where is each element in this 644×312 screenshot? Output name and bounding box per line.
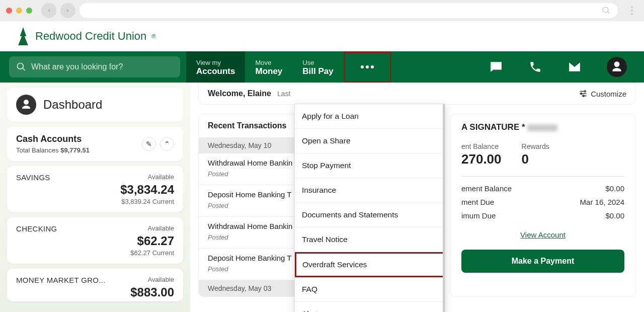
menu-insurance[interactable]: Insurance [295,178,445,203]
nav-tab-accounts[interactable]: View my Accounts [186,51,245,83]
back-button[interactable] [41,3,56,18]
phone-icon[interactable] [528,60,542,74]
menu-faq[interactable]: FAQ [295,277,445,302]
make-payment-button[interactable]: Make a Payment [461,250,624,273]
redacted-number [527,124,557,131]
menu-open-share[interactable]: Open a Share [295,129,445,153]
account-card-money-market[interactable]: MONEY MARKET GRO... Available $883.00 [7,269,183,301]
more-icon [361,65,374,68]
tree-icon [16,27,30,45]
welcome-bar: Welcome, Elaine Last Customize [198,83,636,105]
customize-button[interactable]: Customize [579,89,626,98]
welcome-greeting: Welcome, Elaine [208,89,271,98]
cc-minimum-due: imum Due$0.00 [461,209,624,222]
sliders-icon [579,89,588,98]
credit-card-name: A SIGNATURE * [461,122,624,132]
nav-tab-bill-pay[interactable]: Use Bill Pay [292,51,343,83]
primary-nav: View my Accounts Move Money Use Bill Pay [0,51,644,83]
minimize-window[interactable] [16,8,22,14]
credit-card-summary: A SIGNATURE * ent Balance 270.00 Rewards… [450,114,636,297]
browser-menu-icon[interactable] [626,6,638,15]
address-bar[interactable] [79,3,618,18]
brand-logo[interactable]: Redwood Credit Union® [16,27,155,45]
view-account-link[interactable]: View Account [520,230,566,239]
collapse-icon[interactable]: ⌃ [160,137,174,151]
cash-accounts-title: Cash Accounts [16,134,90,144]
cc-payment-due: ment DueMar 16, 2024 [461,195,624,209]
svg-point-0 [584,91,586,92]
edit-icon[interactable]: ✎ [142,137,156,151]
nav-more-menu[interactable] [344,51,391,83]
maximize-window[interactable] [26,8,32,14]
messages-icon[interactable] [489,60,503,74]
window-controls [6,8,32,14]
menu-documents[interactable]: Documents and Statements [295,203,445,227]
cc-statement-balance: ement Balance$0.00 [461,182,624,195]
brand-name: Redwood Credit Union [35,30,146,43]
cash-accounts-header: Cash Accounts Total Balances $9,779.51 ✎… [7,127,183,161]
menu-apply-loan[interactable]: Apply for a Loan [295,104,445,129]
menu-stop-payment[interactable]: Stop Payment [295,153,445,178]
sidebar-dashboard[interactable]: Dashboard [7,88,183,122]
brand-header: Redwood Credit Union® [0,21,644,51]
forward-button[interactable] [60,3,75,18]
menu-overdraft-services[interactable]: Overdraft Services [295,252,445,277]
mail-icon[interactable] [568,60,582,74]
account-card-checking[interactable]: CHECKING Available $62.27 $62.27 Current [7,217,183,264]
nav-tab-move-money[interactable]: Move Money [245,51,292,83]
person-icon [16,95,36,115]
search-icon [602,6,611,15]
site-search[interactable] [9,56,180,77]
menu-alerts[interactable]: Alerts [295,302,445,312]
close-window[interactable] [6,8,12,14]
search-icon [16,62,26,72]
profile-avatar[interactable] [607,57,627,77]
account-card-savings[interactable]: SAVINGS Available $3,834.24 $3,839.24 Cu… [7,166,183,212]
search-input[interactable] [31,62,173,71]
browser-chrome [0,0,644,21]
more-menu-dropdown: Apply for a Loan Open a Share Stop Payme… [294,104,445,312]
sidebar: Dashboard Cash Accounts Total Balances $… [0,83,190,312]
scrollbar[interactable] [443,104,445,312]
last-login-label: Last [277,90,290,98]
menu-travel-notice[interactable]: Travel Notice [295,227,445,252]
dashboard-title: Dashboard [43,98,102,112]
page-content: Redwood Credit Union® View my Accounts M… [0,21,644,312]
